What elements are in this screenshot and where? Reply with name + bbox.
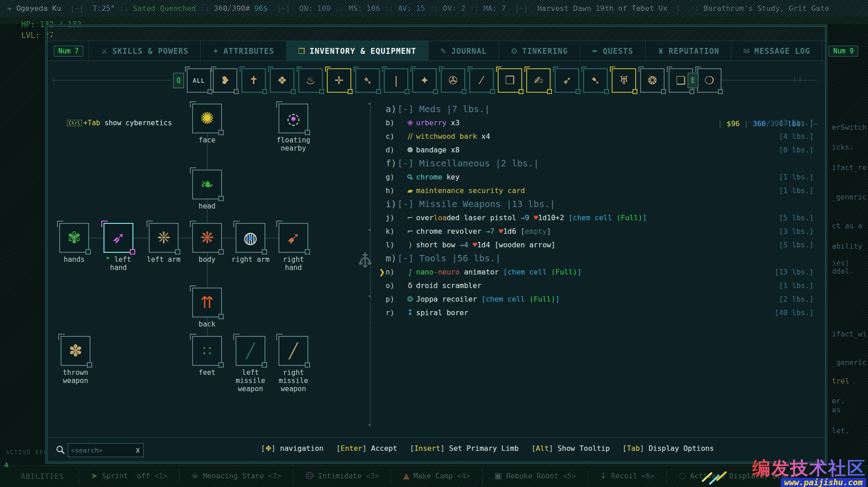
inventory-row[interactable]: d)❁bandage x8[0 lbs.]	[386, 143, 814, 156]
equipment-slot-head[interactable]: ❧	[192, 170, 222, 199]
message-icon: ✉	[743, 47, 750, 56]
inventory-section-header[interactable]: f)[-] Miscellaneous |2 lbs.|	[386, 156, 814, 170]
inventory-section-header[interactable]: a)[-] Meds |7 lbs.|	[386, 102, 814, 116]
equipment-slot-body[interactable]: ❋	[192, 223, 222, 253]
filter-corpses[interactable]: ❍	[697, 68, 722, 93]
filter-tools[interactable]: ✇	[441, 68, 465, 93]
furniture-icon: ❒	[505, 74, 515, 87]
inventory-section-header[interactable]: i)[-] Missile Weapons |13 lbs.|	[386, 197, 814, 211]
right-missile-weapon-icon: ╱	[289, 344, 297, 358]
equipment-slot-right-hand[interactable]: ➹	[278, 223, 308, 253]
face-icon: ✺	[200, 110, 214, 127]
inventory-row[interactable]: o)δdroid scrambler[1 lbs.]	[386, 279, 814, 292]
inventory-row[interactable]: h)▰maintenance security card[1 lbs.]	[386, 184, 814, 197]
witchwood-bark-icon: //	[404, 132, 416, 141]
slot-label-left-arm: left arm	[141, 255, 186, 264]
tab-tinkering[interactable]: ⚙TINKERING	[499, 41, 580, 61]
slot-label-head: head	[184, 202, 230, 210]
filter-food[interactable]: ❥	[213, 68, 237, 93]
equipment-slot-hands[interactable]: ✾	[59, 223, 89, 253]
dpad-icon: ✥	[265, 444, 271, 453]
inventory-row[interactable]: k)⌐chrome revolver →7 ♥1d6 [empty][3 lbs…	[386, 224, 814, 238]
chest-icon: ❒	[298, 47, 306, 56]
ability-menacing-stare[interactable]: ☠ Menacing Stare <2>	[191, 472, 281, 480]
filter-armor[interactable]: ❖	[270, 68, 294, 93]
abilities-title: ABILITIES	[21, 472, 64, 481]
equipment-slot-left-missile-weapon[interactable]: ╱	[236, 336, 265, 366]
cycle-left-button[interactable]: Q	[173, 73, 184, 88]
ability-intimidate[interactable]: ☹ Intimidate <3>	[305, 472, 379, 480]
filter-tonics[interactable]: ✛	[327, 68, 351, 93]
background-text-fragment: ddal.	[832, 267, 854, 275]
filter-scrolls[interactable]: ✍	[526, 68, 551, 93]
filter-missile-weapons[interactable]: ➶	[555, 68, 579, 93]
filter-all[interactable]: ALL	[187, 68, 211, 93]
ability-sprint[interactable]: ➤ Sprint off <1>	[91, 472, 167, 480]
tab-message-log[interactable]: ✉MESSAGE LOG	[731, 41, 822, 61]
droid-scrambler-icon: δ	[404, 281, 416, 290]
slot-label-back: back	[184, 320, 230, 328]
equipment-slot-feet[interactable]: ∷	[192, 336, 222, 366]
tab-journal[interactable]: ✎JOURNAL	[428, 41, 499, 61]
equipment-slot-left-hand[interactable]: ➶	[104, 223, 133, 253]
ability-recoil[interactable]: ↓ Recoil <6>	[600, 472, 655, 480]
filter-artifacts[interactable]: ♅	[612, 68, 636, 93]
equipment-slot-thrown-weapon[interactable]: ✽	[61, 336, 90, 366]
filter-trinkets[interactable]: ❂	[640, 68, 665, 93]
tab-attributes[interactable]: ✶ATTRIBUTES	[200, 41, 286, 61]
sword-icon: ⚔	[101, 47, 108, 56]
equipment-slot-right-missile-weapon[interactable]: ╱	[278, 336, 308, 366]
tab-skills-powers[interactable]: ⚔SKILLS & POWERS	[89, 41, 200, 61]
inventory-row[interactable]: b)❀urberry x3[3 lbs.]	[386, 116, 814, 129]
ability-rebuke-robot[interactable]: ▣ Rebuke Robot <5>	[494, 472, 576, 480]
inventory-row[interactable]: l))short bow →4 ♥1d4 [wooden arrow][5 lb…	[386, 238, 814, 251]
equipment-slot-face[interactable]: ✺	[192, 104, 222, 133]
tab-inventory-equipment[interactable]: ❒INVENTORY & EQUIPMENT	[286, 41, 428, 61]
search-input[interactable]	[68, 447, 132, 454]
filter-trade-goods[interactable]: ✦	[412, 68, 437, 93]
background-text-fragment: ct as a	[832, 222, 862, 230]
filter-wands[interactable]: ⁄	[469, 68, 494, 93]
inventory-section-header[interactable]: m)[-] Tools |56 lbs.|	[386, 251, 814, 265]
filter-water-containers[interactable]: ♨	[298, 68, 323, 93]
status-bar: ❧ Ogeyeda Ku |—| T:25° :: Sated Quenched…	[0, 0, 868, 17]
ammo-icon: ➴	[363, 74, 372, 87]
inventory-row[interactable]: g)♀chrome key[1 lbs.]	[386, 170, 814, 184]
menacing-stare-icon: ☠	[191, 471, 198, 480]
filter-grenades[interactable]: ➷	[583, 68, 608, 93]
tab-reputation[interactable]: ♜REPUTATION	[645, 41, 731, 61]
hands-icon: ✾	[67, 230, 81, 246]
inventory-list: a)[-] Meds |7 lbs.|b)❀urberry x3[3 lbs.]…	[386, 102, 814, 319]
filter-melee-weapons[interactable]: ✝	[241, 68, 266, 93]
equipment-slot-back[interactable]: ⇈	[192, 288, 222, 317]
slot-label-body: body	[184, 255, 230, 264]
tab-quests[interactable]: ✒QUESTS	[580, 41, 645, 61]
equipment-slot-left-arm[interactable]: ❈	[149, 223, 179, 253]
ability-make-camp[interactable]: ▲ Make Camp <4>	[403, 472, 470, 480]
equipment-slot-floating-nearby[interactable]: ◌●	[278, 104, 308, 133]
filter-ammo[interactable]: ➴	[355, 68, 380, 93]
window-bottom-bar: X [✥] navigation[Enter] Accept[Insert] S…	[47, 437, 825, 462]
filter-furniture[interactable]: ❒	[498, 68, 522, 93]
inventory-row[interactable]: r)↧spiral borer[40 lbs.]	[386, 306, 814, 319]
search-box[interactable]: X	[68, 443, 144, 457]
cycle-right-button[interactable]: E	[688, 73, 698, 88]
scrolls-icon: ✍	[534, 74, 543, 87]
filter-light-sources[interactable]: ❘	[384, 68, 408, 93]
background-text-fragment: ifact_wi	[832, 330, 867, 338]
inventory-row[interactable]: j)⌐overloaded laser pistol →9 ♥1d10+2 [c…	[386, 211, 814, 224]
background-text-fragment: as	[832, 406, 840, 414]
search-clear-button[interactable]: X	[132, 447, 143, 454]
left-missile-weapon-icon: ╱	[246, 344, 255, 358]
background-text-fragment: erSwitch	[832, 123, 867, 132]
activate-displacer-icon: ◌	[679, 471, 686, 480]
divider-emblem-icon: ♆	[356, 247, 374, 272]
slot-label-floating-nearby: floatingnearby	[271, 136, 316, 152]
slot-label-right-arm: right arm	[228, 255, 273, 264]
numpad-right-badge: Num 9	[829, 46, 858, 57]
inventory-row[interactable]: c)//witchwood bark x4[4 lbs.]	[386, 129, 814, 143]
body-icon: ❋	[200, 230, 214, 246]
inventory-row[interactable]: ❯n)∫nano-neuro animator [chem cell (Full…	[386, 265, 814, 279]
inventory-row[interactable]: p)❂Joppa recoiler [chem cell (Full)][2 l…	[386, 292, 814, 306]
equipment-slot-right-arm[interactable]: ◍●	[236, 223, 265, 253]
